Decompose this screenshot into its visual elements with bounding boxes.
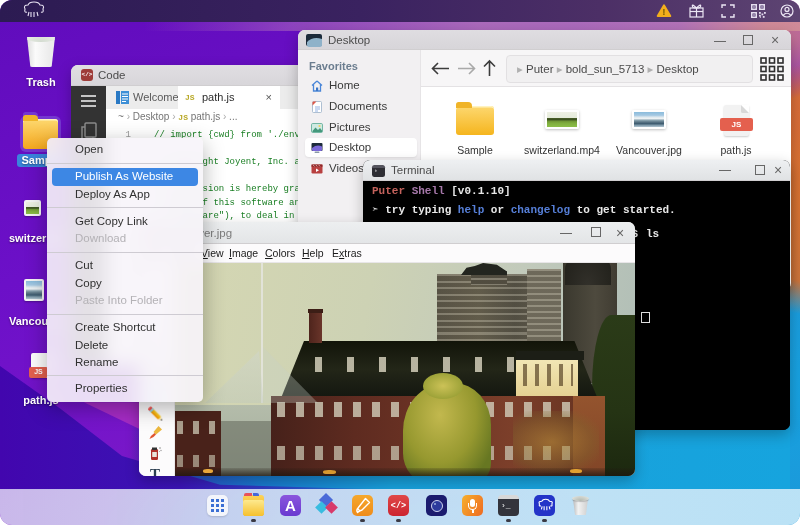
svg-text:!: ! — [663, 7, 666, 17]
